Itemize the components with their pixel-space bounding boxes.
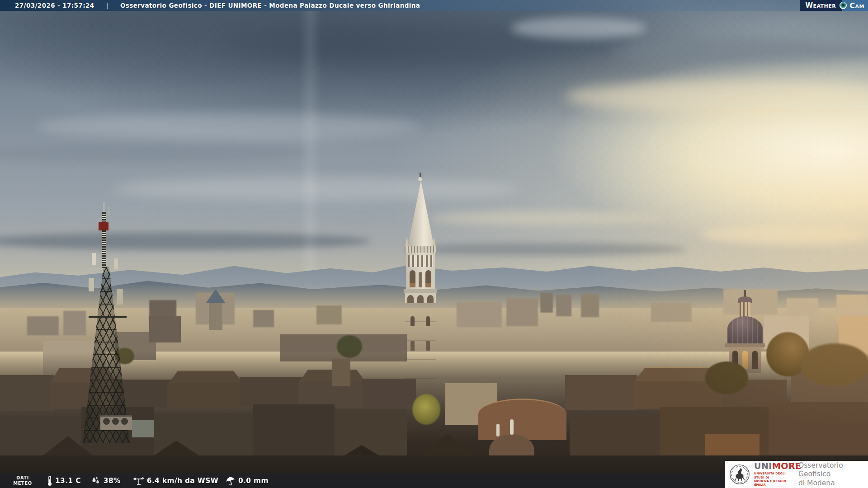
umbrella-icon	[225, 474, 237, 487]
observatory-name: Osservatorio Geofisico di Modena	[798, 461, 868, 488]
weathercam-logo[interactable]: Weather Cam	[800, 0, 868, 11]
lens-flare-streak	[298, 0, 322, 289]
page-title: Osservatorio Geofisico - DIEF UNIMORE - …	[120, 2, 420, 9]
precipitation-reading: 0.0 mm	[226, 476, 269, 486]
timestamp: 27/03/2026 - 17:57:24	[15, 2, 94, 9]
webcam-page: 27/03/2026 - 17:57:24 | Osservatorio Geo…	[0, 0, 868, 488]
thermometer-icon	[47, 475, 52, 486]
temperature-reading: 13.1 C	[47, 475, 81, 486]
separator: |	[106, 2, 108, 9]
precipitation-value: 0.0 mm	[238, 477, 269, 485]
dati-meteo-label: DATI METEO	[11, 475, 34, 486]
unimore-uni: UNI	[754, 461, 772, 471]
humidity-reading: 38%	[91, 476, 121, 486]
tower-mast	[102, 212, 106, 269]
unimore-logo-box[interactable]: UNIMORE UNIVERSITÀ DEGLI STUDI DI MODENA…	[725, 461, 868, 488]
wind-reading: 6.4 km/h da WSW	[132, 476, 218, 485]
unimore-crest-icon	[729, 464, 750, 485]
unimore-wordmark: UNIMORE UNIVERSITÀ DEGLI STUDI DI MODENA…	[754, 462, 794, 487]
humidity-value: 38%	[104, 477, 121, 485]
weathercam-dot-icon	[840, 2, 847, 9]
unimore-subtitle: UNIVERSITÀ DEGLI STUDI DI MODENA E REGGI…	[754, 472, 794, 487]
weathercam-logo-weather: Weather	[800, 0, 842, 11]
temperature-value: 13.1 C	[55, 477, 81, 485]
unimore-more: MORE	[772, 461, 802, 471]
wind-vane-icon	[132, 476, 144, 485]
header-bar: 27/03/2026 - 17:57:24 | Osservatorio Geo…	[0, 0, 868, 11]
wind-value: 6.4 km/h da WSW	[147, 477, 218, 485]
humidity-drops-icon	[91, 476, 101, 486]
